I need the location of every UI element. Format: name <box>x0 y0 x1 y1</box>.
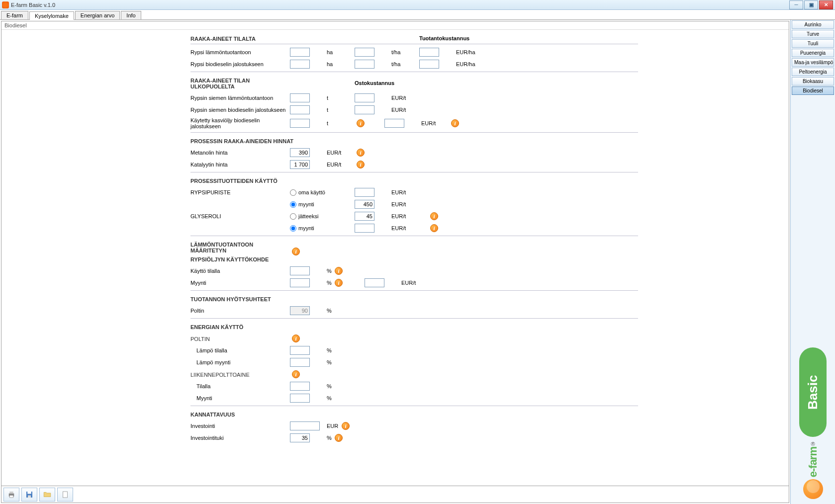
save-button[interactable] <box>21 488 37 502</box>
input-myynti-eurt[interactable] <box>365 278 384 287</box>
unit-eurt: EUR/t <box>389 201 419 207</box>
tab-info[interactable]: Info <box>121 11 141 19</box>
tab-kyselylomake[interactable]: Kyselylomake <box>29 11 74 20</box>
unit-t: t <box>325 95 355 101</box>
radio-rypsipuriste-myynti[interactable] <box>290 201 296 208</box>
input-glyseroli-jatteeksi-eurt[interactable] <box>355 212 374 221</box>
efarm-flame-icon <box>803 479 823 499</box>
row-glyseroli-myynti: myynti EUR/t i <box>190 222 638 236</box>
tab-efarm[interactable]: E-farm <box>1 11 28 19</box>
input-rypsipuriste-oma-eurt[interactable] <box>355 188 374 197</box>
label-liikenne-tilalla: Tilalla <box>190 383 290 389</box>
category-peltoenergia[interactable]: Peltoenergia <box>792 68 834 76</box>
input-rypsi-biodiesel-eurha[interactable] <box>419 60 439 69</box>
info-icon[interactable]: i <box>292 370 300 378</box>
save-icon <box>25 490 34 499</box>
form-scroll[interactable]: RAAKA-AINEET TILALTA Tuotantokustannus R… <box>1 30 789 486</box>
unit-pct: % <box>325 308 355 314</box>
input-liikenne-tilalla-pct[interactable] <box>290 382 310 391</box>
category-maa-ja-vesilampo[interactable]: Maa-ja vesilämpö <box>792 58 834 67</box>
info-icon[interactable]: i <box>292 248 300 255</box>
category-tuuli[interactable]: Tuuli <box>792 39 834 48</box>
input-katalyytti[interactable] <box>290 160 310 169</box>
label-siemen-lammon: Rypsin siemen lämmöntuotantoon <box>190 95 290 101</box>
unit-eurt: EUR/t <box>389 107 419 113</box>
unit-pct: % <box>325 383 355 389</box>
input-rypsi-lammon-tha[interactable] <box>355 48 374 57</box>
info-icon[interactable]: i <box>357 119 365 127</box>
minimize-button[interactable]: ─ <box>789 0 803 9</box>
category-biodiesel[interactable]: Biodiesel <box>792 86 834 95</box>
tab-energian-arvo[interactable]: Energian arvo <box>75 11 120 19</box>
input-metanoli[interactable] <box>290 148 310 157</box>
label-poltin-eff: Poltin <box>190 308 290 314</box>
print-button[interactable] <box>3 488 19 502</box>
info-icon[interactable]: i <box>451 119 459 127</box>
section-1-header: RAAKA-AINEET TILALTA <box>190 34 290 43</box>
category-turve[interactable]: Turve <box>792 30 834 38</box>
input-rypsi-lammon-ha[interactable] <box>290 48 310 57</box>
section-5-header-line1: LÄMMÖNTUOTANTOON MÄÄRITETYN <box>190 240 290 254</box>
row-liikenne-tilalla: Tilalla % <box>190 380 638 392</box>
info-icon[interactable]: i <box>335 279 343 287</box>
input-rypsipuriste-myynti-eurt[interactable] <box>355 200 374 209</box>
category-puuenergia[interactable]: Puuenergia <box>792 49 834 57</box>
radio-glyseroli-jatteeksi[interactable] <box>290 213 296 220</box>
input-lampo-myynti-pct[interactable] <box>290 358 310 367</box>
row-siemen-lammon: Rypsin siemen lämmöntuotantoon t EUR/t <box>190 92 638 104</box>
input-glyseroli-myynti-eurt[interactable] <box>355 224 374 233</box>
label-investointituki: Investointituki <box>190 435 290 441</box>
radio-rypsipuriste-oma[interactable] <box>290 189 296 196</box>
open-button[interactable] <box>39 488 55 502</box>
label-rypsipuriste: RYPSIPURISTE <box>190 189 290 195</box>
row-poltin-sub: POLTIN i <box>190 333 638 344</box>
purchase-cost-header: Ostokustannus <box>355 80 419 86</box>
info-icon[interactable]: i <box>357 161 365 168</box>
info-icon[interactable]: i <box>430 224 438 232</box>
input-kasvioljy-t[interactable] <box>290 119 310 128</box>
input-investointi-eur[interactable] <box>290 421 320 430</box>
input-rypsi-lammon-eurha[interactable] <box>419 48 439 57</box>
section-5-header-line2: RYPSIÖLJYN KÄYTTÖKOHDE <box>190 254 290 263</box>
input-lampo-tilalla-pct[interactable] <box>290 346 310 355</box>
main-tabs: E-farm Kyselylomake Energian arvo Info <box>0 10 835 20</box>
section-2-header-row: RAAKA-AINEET TILAN ULKOPUOLELTA Ostokust… <box>190 74 638 92</box>
input-siemen-biodiesel-t[interactable] <box>290 105 310 114</box>
input-kaytto-tilalla-pct[interactable] <box>290 266 310 275</box>
unit-ha: ha <box>325 49 355 55</box>
input-investointituki-pct[interactable] <box>290 433 310 442</box>
input-myynti-pct[interactable] <box>290 278 310 287</box>
row-myynti-oil: Myynti % i EUR/t <box>190 277 638 291</box>
unit-eurha: EUR/ha <box>454 49 484 55</box>
info-icon[interactable]: i <box>335 434 343 442</box>
unit-eurt: EUR/t <box>325 150 355 156</box>
close-button[interactable]: ✕ <box>819 0 833 9</box>
input-siemen-lammon-eurt[interactable] <box>355 93 374 102</box>
category-list: Aurinko Turve Tuuli Puuenergia Maa-ja ve… <box>791 20 835 95</box>
info-icon[interactable]: i <box>292 335 300 342</box>
section-4-header-row: PROSESSITUOTTEIDEN KÄYTTÖ <box>190 174 638 186</box>
trademark-symbol: ® <box>811 441 815 447</box>
unit-ha: ha <box>325 61 355 67</box>
info-icon[interactable]: i <box>342 422 350 430</box>
category-biokaasu[interactable]: Biokaasu <box>792 77 834 85</box>
svg-rect-6 <box>63 492 68 498</box>
info-icon[interactable]: i <box>430 212 438 220</box>
input-rypsi-biodiesel-tha[interactable] <box>355 60 374 69</box>
info-icon[interactable]: i <box>335 267 343 275</box>
unit-eurt: EUR/t <box>389 213 419 219</box>
info-icon[interactable]: i <box>357 149 365 157</box>
row-rypsi-biodiesel: Rypsi biodieselin jalostukseen ha t/ha E… <box>190 58 638 72</box>
input-kasvioljy-eurt[interactable] <box>384 119 404 128</box>
label-rypsi-lammon: Rypsi lämmöntuotantoon <box>190 49 290 55</box>
input-liikenne-myynti-pct[interactable] <box>290 394 310 403</box>
new-button[interactable] <box>57 488 73 502</box>
input-rypsi-biodiesel-ha[interactable] <box>290 60 310 69</box>
radio-glyseroli-myynti[interactable] <box>290 225 296 232</box>
main-layout: Biodiesel RAAKA-AINEET TILALTA Tuotantok… <box>0 20 835 504</box>
input-siemen-biodiesel-eurt[interactable] <box>355 105 374 114</box>
category-aurinko[interactable]: Aurinko <box>792 20 834 29</box>
row-liikenne-sub: LIIKENNEPOLTTOAINE i <box>190 368 638 380</box>
maximize-button[interactable]: ▣ <box>804 0 818 9</box>
input-siemen-lammon-t[interactable] <box>290 93 310 102</box>
